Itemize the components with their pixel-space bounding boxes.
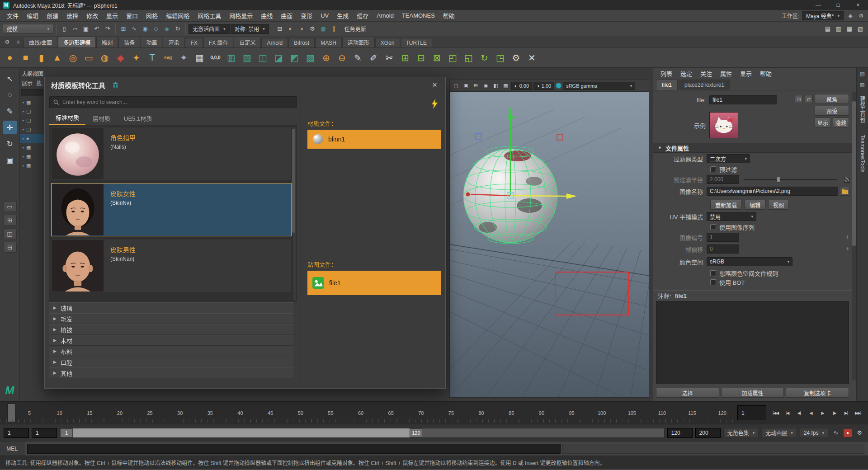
menu-item[interactable]: 窗口 — [122, 11, 142, 20]
menu-item[interactable]: UV — [316, 12, 333, 19]
image-name-field[interactable]: C:\Users\wangmin\Pictures\2.png — [707, 187, 838, 196]
material-list-item[interactable]: 角色指甲 (Nails) — [51, 127, 292, 180]
timeline-ruler[interactable]: 5101520253035404550556065707580859095100… — [0, 403, 734, 423]
boolean-union-icon[interactable]: ⊕ — [318, 50, 334, 66]
live-surface-field[interactable]: 无激活曲面 ▾ — [189, 24, 230, 34]
menu-item[interactable]: 编辑网格 — [162, 11, 193, 20]
bridge-icon[interactable]: ⊟ — [413, 50, 429, 66]
copy-tab-button[interactable]: 复制选项卡 — [786, 388, 849, 398]
go-to-end-button[interactable]: ▶▶| — [852, 407, 863, 419]
outliner-row[interactable]: ▸▦ — [20, 152, 45, 161]
construction-history-icon[interactable]: ⊟ — [275, 24, 285, 34]
range-end-handle[interactable]: 120 — [410, 428, 422, 437]
layout-single-pane-icon[interactable]: ▭ — [3, 201, 17, 212]
attribute-editor-menu-item[interactable]: 列表 — [657, 69, 676, 78]
ipr-render-icon[interactable]: ◑ — [297, 24, 307, 34]
hide-button[interactable]: 隐藏 — [833, 118, 849, 127]
trash-icon[interactable] — [113, 82, 118, 89]
exposure-field[interactable]: ◐ 0.00 — [511, 82, 532, 90]
menu-item[interactable]: 曲线 — [257, 11, 277, 20]
edit-button[interactable]: 编辑 — [745, 200, 765, 210]
type-tool-icon[interactable]: T — [144, 50, 160, 66]
outliner-row[interactable]: ▸▢ — [20, 107, 45, 116]
swatch-popup-icon[interactable]: ◳ — [795, 95, 803, 103]
attribute-editor-scrollbar[interactable] — [852, 92, 856, 381]
timeline-tick[interactable]: 35 — [204, 410, 216, 416]
ignore-color-space-rules-checkbox[interactable]: 忽略颜色空间文件规则 — [710, 268, 852, 277]
color-management-dropdown[interactable]: sRGB gamma ▾ — [563, 82, 635, 90]
load-attributes-button[interactable]: 加载属性 — [721, 388, 784, 398]
snap-plane-icon[interactable]: ◇ — [151, 24, 161, 34]
range-track[interactable]: 1 120 — [60, 428, 665, 438]
material-category-row[interactable]: ▶ 布料 — [49, 346, 293, 357]
render-settings-icon[interactable]: ⚙ — [307, 24, 317, 34]
material-type-tab[interactable]: UE5.1材质 — [118, 112, 158, 125]
shelf-tab[interactable]: MASH — [315, 38, 342, 47]
workspace-gear-icon[interactable]: ⚙ — [857, 12, 865, 20]
snap-grid-icon[interactable]: ⊞ — [118, 24, 128, 34]
history-icon[interactable]: ↻ — [173, 24, 183, 34]
snap-curve-icon[interactable]: ∿ — [129, 24, 139, 34]
outliner-row[interactable]: ▸▢ — [20, 116, 45, 125]
file-attributes-section-header[interactable]: ▼ 文件属性 — [653, 143, 852, 153]
sculpt-tools-icon[interactable]: ⚙ — [508, 50, 524, 66]
view-button[interactable]: 视图 — [768, 200, 789, 210]
timeline-tick[interactable]: 50 — [295, 410, 307, 416]
playback-range-bar[interactable]: 1 120 — [60, 428, 422, 437]
move-tool-icon[interactable]: ✛ — [3, 121, 17, 134]
grid-fill-icon[interactable]: ◳ — [492, 50, 508, 66]
mel-input[interactable] — [27, 444, 561, 454]
use-image-sequence-checkbox[interactable]: 使用图像序列 — [710, 222, 852, 231]
material-category-row[interactable]: ▶ 木材 — [49, 335, 293, 346]
timeline-tick[interactable]: 75 — [445, 410, 457, 416]
menu-item[interactable]: 显示 — [102, 11, 122, 20]
workspace-dropdown[interactable]: Maya 经典* ▾ — [802, 11, 844, 20]
merge-vertices-icon[interactable]: ◰ — [445, 50, 461, 66]
scale-tool-icon[interactable]: ▣ — [3, 153, 17, 167]
dialog-close-button[interactable]: × — [430, 80, 439, 90]
make-live-icon[interactable]: ◈ — [162, 24, 172, 34]
coords-icon[interactable]: 0,0,0 — [208, 50, 223, 66]
file-node-name-field[interactable]: file1 — [709, 95, 777, 104]
rotate-tool-icon[interactable]: ↻ — [3, 137, 17, 150]
mel-label-button[interactable]: MEL — [0, 442, 24, 456]
extrude-icon[interactable]: ⊞ — [397, 50, 413, 66]
animation-end-field[interactable]: 200 — [695, 428, 721, 438]
lattice-icon[interactable]: ▦ — [192, 50, 208, 66]
hypershade-icon[interactable]: ◍ — [318, 24, 328, 34]
material-category-row[interactable]: ▶ 植被 — [49, 324, 293, 335]
boolean-difference-icon[interactable]: ⊖ — [334, 50, 350, 66]
minimize-button[interactable]: — — [808, 0, 828, 10]
presets-button[interactable]: 预设 — [815, 106, 849, 116]
image-number-field[interactable]: 1 — [707, 233, 739, 242]
menu-item[interactable]: 修改 — [82, 11, 102, 20]
snap-point-icon[interactable]: ◉ — [140, 24, 150, 34]
poly-platonic-icon[interactable]: ◆ — [113, 50, 128, 66]
menu-item[interactable]: 编辑 — [23, 11, 42, 20]
vp-textured-icon[interactable]: ▦ — [501, 81, 510, 90]
spinner-icon[interactable]: ✛ — [845, 247, 850, 252]
workspace-lock-icon[interactable]: ◈ — [846, 12, 854, 20]
timeline-tick[interactable]: 20 — [114, 410, 126, 416]
outliner-row[interactable]: ▸▦ — [20, 161, 45, 170]
playback-end-field[interactable]: 120 — [667, 428, 693, 438]
menu-set-dropdown[interactable]: 建模 ▾ — [3, 24, 53, 34]
color-management-toggle-icon[interactable] — [556, 83, 561, 89]
outliner-menu-item[interactable]: 搜… — [36, 79, 45, 87]
notes-textarea[interactable] — [656, 301, 849, 384]
timeline-tick[interactable]: 85 — [505, 410, 517, 416]
sidebar-toolkit-icon[interactable]: ▥ — [834, 24, 844, 34]
slider-handle[interactable] — [776, 177, 780, 183]
shelf-tab[interactable]: 自定义 — [234, 37, 261, 47]
shelf-tab[interactable]: 渲染 — [163, 37, 184, 47]
attribute-editor-menu-item[interactable]: 帮助 — [756, 69, 775, 78]
material-category-row[interactable]: ▶ 口腔 — [49, 357, 293, 367]
step-forward-frame-button[interactable]: |▶ — [829, 407, 840, 419]
outliner-row[interactable]: ▸▢ — [20, 125, 45, 134]
dock-vertical-tab[interactable]: 建模工具包 — [859, 91, 866, 127]
poly-pyramid-icon[interactable]: ✦ — [128, 50, 144, 66]
uv-tiling-dropdown[interactable]: 禁用 ▾ — [707, 212, 756, 221]
smooth-icon[interactable]: ◫ — [255, 50, 271, 66]
map-texture-button[interactable] — [844, 177, 850, 183]
timeline-tick[interactable]: 105 — [626, 410, 638, 416]
